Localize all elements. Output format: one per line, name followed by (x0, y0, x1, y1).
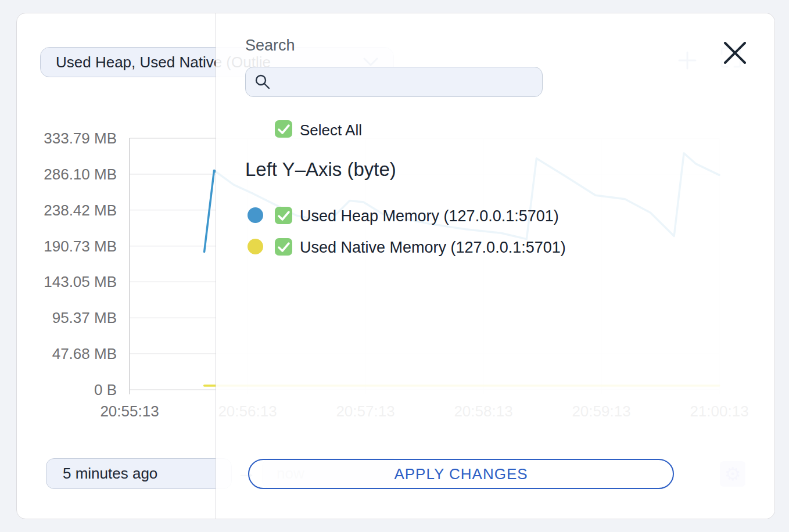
search-icon (254, 73, 271, 91)
x-tick-label: 20:55:13 (83, 404, 176, 419)
y-tick-label: 190.73 MB (30, 239, 117, 254)
search-input[interactable] (245, 67, 543, 97)
time-from-value: 5 minutes ago (63, 465, 157, 483)
apply-changes-label: APPLY CHANGES (394, 465, 528, 483)
search-label: Search (245, 37, 295, 55)
series-color-dot-heap (248, 207, 263, 223)
apply-changes-button[interactable]: APPLY CHANGES (248, 459, 674, 489)
close-drawer-button[interactable] (721, 39, 749, 67)
series-selection-drawer: Search Select All Left Y–Axis (byte) Use… (216, 13, 774, 519)
y-tick-label: 0 B (30, 382, 117, 397)
y-tick-label: 47.68 MB (30, 346, 117, 361)
native-memory-label: Used Native Memory (127.0.0.1:5701) (300, 239, 566, 257)
y-tick-label: 95.37 MB (30, 310, 117, 325)
y-tick-label: 143.05 MB (30, 274, 117, 289)
y-tick-label: 286.10 MB (30, 167, 117, 182)
time-from-input[interactable]: 5 minutes ago (46, 458, 232, 489)
select-all-label: Select All (300, 121, 362, 139)
close-icon (723, 42, 747, 64)
chart-widget-card: 333.79 MB286.10 MB238.42 MB190.73 MB143.… (16, 13, 775, 519)
native-memory-checkbox[interactable] (274, 238, 293, 256)
select-all-checkbox[interactable] (274, 120, 293, 138)
heap-memory-label: Used Heap Memory (127.0.0.1:5701) (300, 207, 559, 225)
y-tick-label: 238.42 MB (30, 203, 117, 218)
heap-memory-checkbox[interactable] (274, 206, 293, 225)
y-tick-label: 333.79 MB (30, 131, 117, 146)
section-title: Left Y–Axis (byte) (245, 159, 396, 181)
series-color-dot-native (248, 239, 263, 254)
